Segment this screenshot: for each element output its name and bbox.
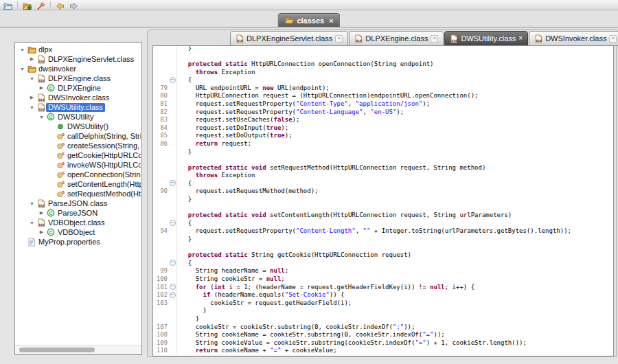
code-line[interactable]: 86 return request; bbox=[153, 139, 613, 148]
code-line[interactable] bbox=[153, 203, 613, 212]
tree-item-parsejson[interactable]: ▶CParseJSON bbox=[15, 208, 141, 218]
code-line[interactable]: – { bbox=[153, 259, 613, 267]
code-line[interactable]: 84 request.setDoInput(true); bbox=[153, 124, 613, 132]
tree-item-setrequestmethod-htt[interactable]: SsetRequestMethod(Htt bbox=[15, 189, 141, 198]
nav-back-icon[interactable] bbox=[56, 1, 65, 10]
open-folder-icon[interactable] bbox=[3, 1, 12, 10]
tree-item-setcontentlength-http[interactable]: SsetContentLength(Http bbox=[15, 179, 141, 189]
tree-item-dlpxengineservlet-class[interactable]: ▶010DLPXEngineServlet.class bbox=[15, 54, 141, 64]
fold-minus-icon[interactable]: – bbox=[170, 292, 176, 298]
code-line[interactable]: 110 return cookieName + "=" + cookieValu… bbox=[153, 347, 613, 355]
fold-minus-icon[interactable]: – bbox=[170, 260, 176, 266]
tree-item-dwsinvoker[interactable]: ▼dwsinvoker bbox=[15, 64, 141, 73]
tree-item-dwsutility-[interactable]: DWSUtility() bbox=[15, 122, 141, 131]
code-line[interactable]: 90 request.setRequestMethod(method); bbox=[153, 187, 613, 196]
collapse-arrow-icon[interactable]: ▼ bbox=[37, 115, 46, 120]
scrollbar-thumb[interactable] bbox=[19, 348, 95, 352]
code-line[interactable]: } bbox=[153, 307, 613, 315]
fold-minus-icon[interactable]: – bbox=[170, 284, 176, 290]
code-line[interactable]: 81 request.setRequestProperty("Content-T… bbox=[153, 100, 613, 108]
code-line[interactable]: 80 HttpURLConnection request = (HttpURLC… bbox=[153, 92, 613, 100]
tree-item-dwsinvoker-class[interactable]: ▶010DWSInvoker.class bbox=[15, 93, 141, 102]
tree-item-getcookie-httpurlcon[interactable]: SgetCookie(HttpURLCon bbox=[15, 150, 141, 160]
tree-item-vdbobject-class[interactable]: ▼010VDBObject.class bbox=[15, 218, 141, 227]
code-line[interactable]: } bbox=[153, 148, 613, 156]
code-line[interactable]: – { bbox=[153, 76, 613, 84]
code-line[interactable]: throws Exception bbox=[153, 68, 613, 76]
fold-collapse-icon[interactable]: – bbox=[168, 260, 176, 266]
expand-arrow-icon[interactable]: ▶ bbox=[37, 229, 46, 235]
fold-collapse-icon[interactable]: – bbox=[168, 77, 176, 83]
editor-tab-dwsinvoker-class[interactable]: 010DWSInvoker.class× bbox=[529, 31, 618, 46]
collapse-arrow-icon[interactable]: ▼ bbox=[27, 220, 36, 225]
fold-collapse-icon[interactable]: – bbox=[168, 292, 176, 298]
fold-minus-icon[interactable]: – bbox=[170, 77, 176, 83]
code-line[interactable]: 82 request.setRequestProperty("Content-L… bbox=[153, 108, 613, 116]
code-line[interactable]: protected static void setContentLength(H… bbox=[153, 211, 613, 219]
code-line[interactable]: } bbox=[153, 195, 613, 203]
classes-view-tab[interactable]: classes × bbox=[277, 13, 340, 27]
tree-item-invokews-httpurlconn[interactable]: SinvokeWS(HttpURLConn bbox=[15, 160, 141, 170]
code-line[interactable]: 83 request.setUseCaches(false); bbox=[153, 115, 613, 124]
expand-arrow-icon[interactable]: ▶ bbox=[27, 56, 36, 62]
expand-arrow-icon[interactable]: ▶ bbox=[27, 95, 36, 100]
code-line[interactable]: 100 String cookieStr = null; bbox=[153, 275, 613, 283]
code-line[interactable]: 94 request.setRequestProperty("Content-L… bbox=[153, 227, 613, 236]
code-line[interactable]: protected static String getCookie(HttpUR… bbox=[153, 251, 613, 259]
editor-tab-dwsutility-class[interactable]: 010DWSUtility.class× bbox=[444, 31, 528, 46]
close-icon[interactable]: × bbox=[335, 35, 343, 43]
close-icon[interactable]: × bbox=[518, 36, 523, 41]
code-line[interactable]: 102– if (headerName.equals("Set-Cookie")… bbox=[153, 291, 613, 299]
code-content[interactable]: } protected static HttpURLConnection ope… bbox=[153, 45, 613, 354]
tree-item-dlpx[interactable]: ▼dlpx bbox=[15, 45, 141, 54]
code-editor[interactable]: } protected static HttpURLConnection ope… bbox=[152, 45, 614, 356]
code-line[interactable]: } bbox=[153, 235, 613, 243]
code-line[interactable]: protected static HttpURLConnection openC… bbox=[153, 60, 613, 68]
tree-horizontal-scrollbar[interactable] bbox=[15, 345, 141, 354]
code-line[interactable]: } bbox=[153, 315, 613, 323]
tree-item-openconnection-string[interactable]: SopenConnection(String bbox=[15, 170, 141, 179]
code-line[interactable] bbox=[153, 243, 613, 251]
fold-minus-icon[interactable]: – bbox=[170, 180, 176, 186]
close-icon[interactable]: × bbox=[609, 35, 617, 43]
expand-arrow-icon[interactable]: ▶ bbox=[37, 85, 46, 91]
tree-item-dlpxengine-class[interactable]: ▼010DLPXEngine.class bbox=[15, 73, 141, 83]
tree-item-vdbobject[interactable]: ▶CVDBObject bbox=[15, 227, 141, 237]
code-line[interactable]: throws Exception bbox=[153, 172, 613, 180]
code-line[interactable]: protected static void setRequestMethod(H… bbox=[153, 163, 613, 172]
collapse-arrow-icon[interactable]: ▼ bbox=[18, 47, 27, 52]
open-url-folder-icon[interactable] bbox=[23, 1, 32, 10]
collapse-arrow-icon[interactable]: ▼ bbox=[27, 76, 36, 81]
code-line[interactable]: 99 String headerName = null; bbox=[153, 267, 613, 275]
tree-item-myprop-properties[interactable]: MyProp.properties bbox=[15, 237, 141, 247]
code-line[interactable]: 108 String cookieName = cookieStr.substr… bbox=[153, 330, 613, 339]
fold-collapse-icon[interactable]: – bbox=[168, 180, 176, 186]
tree-item-dlpxengine[interactable]: ▶CDLPXEngine bbox=[15, 83, 141, 93]
tree-item-dwsutility-class[interactable]: ▼010DWSUtility.class bbox=[15, 102, 141, 112]
collapse-arrow-icon[interactable]: ▼ bbox=[27, 201, 36, 206]
close-icon[interactable]: × bbox=[329, 16, 333, 25]
code-line[interactable] bbox=[153, 52, 613, 60]
close-icon[interactable]: × bbox=[431, 35, 438, 43]
tree-item-dwsutility[interactable]: ▼CDWSUtility bbox=[15, 112, 141, 122]
expand-arrow-icon[interactable]: ▶ bbox=[37, 210, 46, 216]
fold-collapse-icon[interactable]: – bbox=[168, 284, 176, 290]
tree-item-calldelphix-string-strin[interactable]: ScallDelphix(String, Strin bbox=[15, 131, 141, 141]
tree-item-createsession-string-st[interactable]: ScreateSession(String, St bbox=[15, 141, 141, 150]
code-line[interactable]: 109 String cookieValue = cookieStr.subst… bbox=[153, 339, 613, 347]
code-line[interactable]: – { bbox=[153, 179, 613, 187]
collapse-arrow-icon[interactable]: ▼ bbox=[27, 105, 36, 110]
code-line[interactable]: 101– for (int i = 1; (headerName = reque… bbox=[153, 283, 613, 291]
editor-tab-dlpxengine-class[interactable]: 010DLPXEngine.class× bbox=[349, 31, 444, 46]
code-line[interactable]: 85 request.setDoOutput(true); bbox=[153, 132, 613, 140]
code-line[interactable]: } bbox=[153, 45, 613, 52]
code-line[interactable]: – { bbox=[153, 219, 613, 227]
tree-item-parsejson-class[interactable]: ▼010ParseJSON.class bbox=[15, 198, 141, 208]
code-line[interactable]: 107 cookieStr = cookieStr.substring(0, c… bbox=[153, 323, 613, 331]
fold-collapse-icon[interactable]: – bbox=[168, 220, 176, 226]
collapse-arrow-icon[interactable]: ▼ bbox=[18, 67, 27, 71]
nav-forward-icon[interactable] bbox=[69, 1, 78, 10]
code-line[interactable] bbox=[153, 155, 613, 163]
code-line[interactable]: 103 cookieStr = request.getHeaderField(i… bbox=[153, 299, 613, 307]
code-line[interactable]: 79 URL endpointURL = new URL(endpoint); bbox=[153, 84, 613, 92]
